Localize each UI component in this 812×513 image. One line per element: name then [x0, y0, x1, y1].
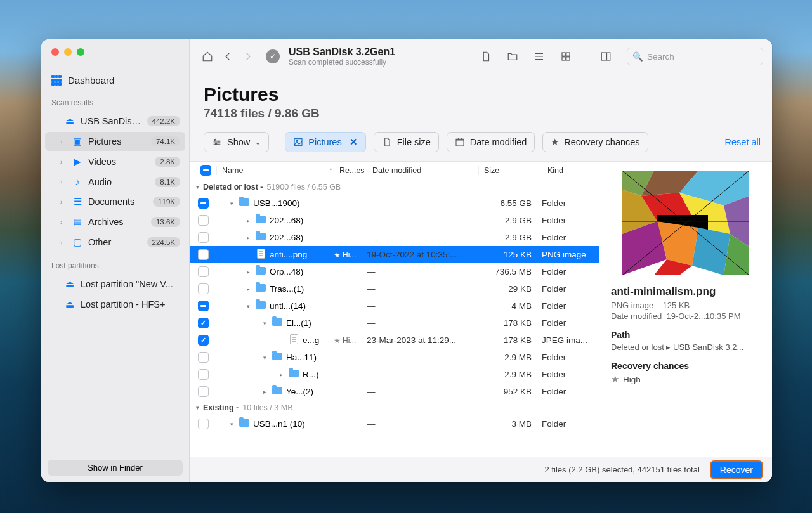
date-cell: — [367, 419, 478, 429]
checkbox[interactable] [198, 249, 209, 260]
back-button[interactable] [219, 48, 237, 65]
file-name: Ha...11) [286, 353, 317, 362]
reset-all-link[interactable]: Reset all [725, 137, 761, 147]
sidebar-item-usb[interactable]: ⏏ USB SanDisk... 442.2K [45, 112, 185, 131]
checkbox[interactable] [198, 352, 209, 363]
close-window[interactable] [51, 48, 59, 56]
chevron-right-icon: › [60, 198, 67, 205]
column-recovery[interactable]: Re...es [334, 166, 367, 175]
show-dropdown[interactable]: Show ⌄ [204, 132, 269, 152]
svg-point-9 [296, 140, 298, 142]
toggle-preview-button[interactable] [596, 48, 615, 65]
table-row[interactable]: ▸Ye...(2)—952 KBFolder [190, 383, 599, 400]
table-row[interactable]: ▾USB...n1 (10)—3 MBFolder [190, 415, 599, 432]
checkbox-indeterminate[interactable] [198, 198, 209, 209]
size-cell: 178 KB [478, 318, 542, 328]
table-row[interactable]: ▾USB...1900)—6.55 GBFolder [190, 195, 599, 212]
table-row[interactable]: ▸202...68)—2.9 GBFolder [190, 212, 599, 229]
checkbox-checked[interactable] [198, 335, 209, 346]
filter-filesize[interactable]: File size [374, 132, 439, 152]
kind-cell: PNG image [542, 250, 599, 259]
chevron-right-icon[interactable]: ▸ [244, 235, 252, 241]
svg-rect-10 [456, 139, 464, 146]
filter-datemodified[interactable]: Date modified [447, 132, 535, 152]
svg-rect-1 [566, 53, 570, 56]
view-file-button[interactable] [476, 48, 495, 65]
checkbox[interactable] [198, 266, 209, 277]
show-in-finder-button[interactable]: Show in Finder [48, 460, 183, 476]
forward-button[interactable] [239, 48, 257, 65]
table-row[interactable]: ▾unti...(14)—4 MBFolder [190, 297, 599, 315]
select-all-checkbox[interactable] [190, 165, 216, 176]
chevron-down-icon[interactable]: ▾ [228, 421, 235, 427]
preview-chances-label: Recovery chances [611, 361, 761, 371]
sort-indicator-icon: ⌃ [329, 167, 334, 174]
size-cell: 2.9 MB [478, 353, 542, 362]
clear-filter-icon[interactable]: ✕ [350, 137, 358, 147]
size-cell: 736.5 MB [478, 267, 542, 276]
file-name: USB...1900) [253, 198, 300, 208]
date-cell: — [367, 301, 478, 311]
dashboard-link[interactable]: Dashboard [41, 71, 189, 89]
file-name: 202...68) [270, 216, 303, 225]
checkbox[interactable] [198, 386, 209, 397]
sidebar-item-audio[interactable]: › ♪ Audio 8.1K [45, 172, 185, 191]
view-folder-button[interactable] [503, 48, 522, 65]
table-row[interactable]: ▾Ei...(1)—178 KBFolder [190, 315, 599, 332]
checkbox[interactable] [198, 283, 209, 294]
filter-recovery[interactable]: ★ Recovery chances [542, 132, 648, 152]
table-row[interactable]: ▸202...68)—2.9 GBFolder [190, 229, 599, 246]
column-name[interactable]: Name⌃ [216, 166, 334, 175]
recover-button[interactable]: Recover [710, 460, 763, 479]
drive-icon: ⏏ [64, 278, 75, 290]
table-row[interactable]: e...g★Hi...23-Mar-2023 at 11:29...178 KB… [190, 332, 599, 349]
sidebar-item-pictures[interactable]: › ▣ Pictures 74.1K [45, 132, 185, 151]
group-header[interactable]: ▾Existing - 10 files / 3 MB [190, 400, 599, 415]
app-window: Dashboard Scan results ⏏ USB SanDisk... … [41, 39, 772, 482]
minimize-window[interactable] [64, 48, 72, 56]
chevron-down-icon[interactable]: ▾ [261, 320, 268, 327]
chevron-down-icon[interactable]: ▾ [244, 303, 252, 309]
table-row[interactable]: ▸R...)—2.9 MBFolder [190, 366, 599, 383]
chevron-down-icon[interactable]: ▾ [261, 354, 268, 361]
zoom-window[interactable] [77, 48, 84, 56]
sidebar-item-documents[interactable]: › ☰ Documents 119K [45, 192, 185, 211]
chevron-right-icon[interactable]: ▸ [244, 269, 252, 275]
file-list-rows[interactable]: ▾Deleted or lost - 51900 files / 6.55 GB… [190, 179, 599, 457]
checkbox[interactable] [198, 232, 209, 243]
table-row[interactable]: ▸Orp...48)—736.5 MBFolder [190, 263, 599, 280]
search-input[interactable]: 🔍 Search [627, 48, 763, 65]
column-kind[interactable]: Kind [542, 166, 599, 175]
chevron-down-icon[interactable]: ▾ [228, 200, 235, 207]
kind-cell: Folder [542, 353, 599, 362]
checkbox[interactable] [198, 369, 209, 380]
preview-path-value: Deleted or lost ▸ USB SanDisk 3.2... [611, 342, 761, 352]
sidebar-item-other[interactable]: › ▢ Other 224.5K [45, 233, 185, 252]
table-row[interactable]: ▾Ha...11)—2.9 MBFolder [190, 349, 599, 366]
table-row[interactable]: anti....png★Hi...19-Oct-2022 at 10:35:..… [190, 246, 599, 263]
checkbox-indeterminate[interactable] [198, 301, 209, 311]
chevron-right-icon[interactable]: ▸ [261, 389, 268, 395]
group-header[interactable]: ▾Deleted or lost - 51900 files / 6.55 GB [190, 179, 599, 195]
kind-cell: Folder [542, 233, 599, 242]
column-date[interactable]: Date modified [367, 166, 478, 175]
checkbox[interactable] [198, 419, 209, 429]
sidebar-item-lost-partition-2[interactable]: ⏏ Lost partition - HFS+ [45, 295, 185, 314]
file-name: Ye...(2) [286, 387, 313, 396]
home-button[interactable] [199, 48, 216, 65]
sidebar-item-lost-partition-1[interactable]: ⏏ Lost partition "New V... [45, 275, 185, 294]
size-cell: 4 MB [478, 301, 542, 311]
table-row[interactable]: ▸Tras...(1)—29 KBFolder [190, 280, 599, 297]
chevron-right-icon[interactable]: ▸ [244, 218, 252, 224]
filter-pictures[interactable]: Pictures ✕ [285, 132, 365, 152]
chevron-right-icon[interactable]: ▸ [277, 372, 285, 378]
checkbox[interactable] [198, 215, 209, 226]
chevron-right-icon[interactable]: ▸ [244, 286, 252, 292]
view-list-button[interactable] [530, 48, 549, 65]
column-size[interactable]: Size [478, 166, 542, 175]
file-name: USB...n1 (10) [253, 419, 305, 429]
sidebar-item-archives[interactable]: › ▤ Archives 13.6K [45, 212, 185, 231]
view-grid-button[interactable] [556, 48, 575, 65]
sidebar-item-videos[interactable]: › ▶ Videos 2.8K [45, 152, 185, 171]
checkbox-checked[interactable] [198, 318, 209, 328]
